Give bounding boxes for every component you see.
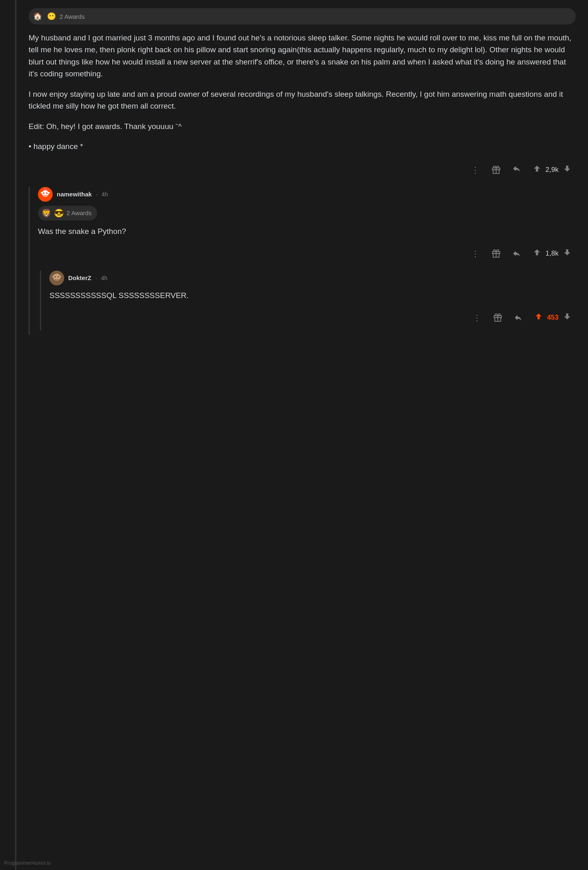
post-paragraph-2: I now enjoy staying up late and am a pro… — [29, 88, 576, 112]
post-action-icons: ⋮ — [471, 164, 572, 176]
comment-dokterz-timestamp: 4h — [101, 275, 108, 281]
comment-dokterz-upvote-button[interactable] — [534, 312, 543, 323]
comment-namewithak-header: namewithak · 4h — [38, 187, 576, 202]
comment-namewithak-more-button[interactable]: ⋮ — [471, 249, 480, 258]
comment-namewithak-vote-count: 1,8k — [546, 249, 559, 258]
page-wrapper: 🏠 😶 2 Awards My husband and I got marrie… — [0, 0, 588, 870]
comment-dokterz-actions: ⋮ — [473, 312, 572, 323]
post-award-icon-2: 😶 — [46, 11, 57, 22]
comment-dokterz-vote-count: 453 — [547, 314, 559, 322]
comment-dokterz-text: SSSSSSSSSSSQL SSSSSSSSERVER. — [49, 289, 576, 301]
avatar-dokterz — [49, 271, 64, 285]
post-paragraph-3: Edit: Oh, hey! I got awards. Thank youuu… — [29, 120, 576, 132]
post-award-icon-1: 🏠 — [32, 11, 43, 22]
post-paragraph-4: • happy dance * — [29, 140, 576, 152]
comment-namewithak-text: Was the snake a Python? — [38, 225, 576, 237]
svg-point-17 — [59, 276, 61, 277]
watermark: ProgrammerHumor.io — [4, 860, 51, 866]
comment-dokterz-more-button[interactable]: ⋮ — [473, 313, 482, 323]
post-upvote-button[interactable] — [532, 164, 541, 176]
comment-dokterz-action-bar: ⋮ — [49, 305, 576, 331]
post-awards-label: 2 Awards — [60, 13, 85, 20]
comment-dokterz-reply-button[interactable] — [514, 313, 523, 322]
comment-namewithak-awards-label: 2 Awards — [67, 209, 91, 216]
comment-namewithak-actions: ⋮ — [471, 248, 572, 259]
svg-point-9 — [44, 188, 47, 190]
post-vote-count: 2,9k — [546, 166, 559, 174]
post-awards-badge: 🏠 😶 2 Awards — [29, 8, 576, 24]
comment-dokterz-vote-section: 453 — [534, 312, 572, 323]
post-paragraph-1: My husband and I got married just 3 mont… — [29, 32, 576, 80]
post-action-bar: ⋮ — [29, 157, 576, 183]
comment-namewithak-downvote-button[interactable] — [563, 248, 572, 259]
comment-dokterz-gift-button[interactable] — [493, 313, 502, 322]
comment-namewithak-vote-section: 1,8k — [532, 248, 572, 259]
post-gift-button[interactable] — [492, 165, 501, 174]
left-border — [0, 0, 16, 870]
comment-award-icon-1: 🦁 — [41, 208, 51, 218]
comment-namewithak-awards: 🦁 😎 2 Awards — [38, 206, 97, 220]
post-reply-button[interactable] — [512, 164, 521, 175]
comment-namewithak-timestamp: 4h — [102, 191, 108, 198]
svg-point-7 — [47, 192, 50, 194]
post-downvote-button[interactable] — [563, 164, 572, 176]
comment-namewithak-upvote-button[interactable] — [532, 248, 541, 259]
comment-dokterz-username: DokterZ — [68, 274, 91, 281]
post-body: My husband and I got married just 3 mont… — [29, 32, 576, 153]
avatar-namewithak — [38, 187, 53, 202]
comment-namewithak-gift-button[interactable] — [492, 249, 501, 258]
comment-namewithak-reply-button[interactable] — [512, 249, 521, 258]
comment-dokterz-downvote-button[interactable] — [563, 312, 572, 323]
post-vote-section: 2,9k — [532, 164, 572, 176]
post-more-button[interactable]: ⋮ — [471, 165, 480, 175]
comment-namewithak: namewithak · 4h 🦁 😎 2 Awards Was the sna… — [29, 187, 576, 335]
comment-award-icon-2: 😎 — [54, 208, 64, 218]
comment-namewithak-username: namewithak — [57, 191, 92, 198]
svg-point-6 — [41, 192, 43, 194]
svg-point-16 — [52, 276, 55, 277]
comment-dokterz: DokterZ · 4h SSSSSSSSSSSQL SSSSSSSSERVER… — [40, 271, 576, 331]
comment-dokterz-header: DokterZ · 4h — [49, 271, 576, 285]
content-area: 🏠 😶 2 Awards My husband and I got marrie… — [16, 0, 588, 870]
comment-namewithak-action-bar: ⋮ — [38, 240, 576, 267]
